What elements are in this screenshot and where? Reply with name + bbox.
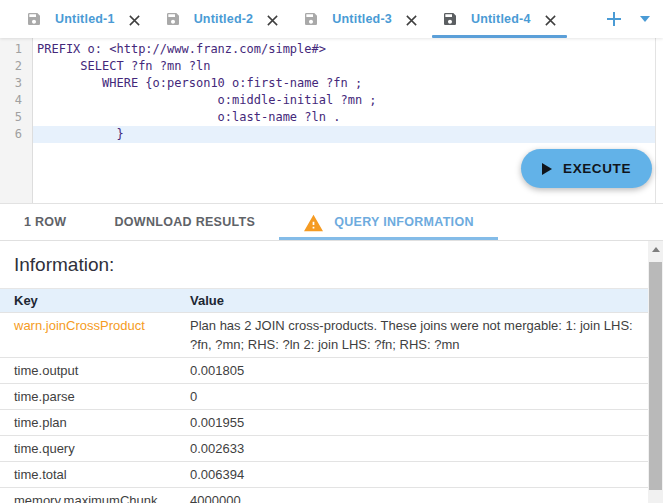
line-number: 2 xyxy=(0,58,22,75)
row-value: 0 xyxy=(176,384,648,410)
save-icon[interactable] xyxy=(26,11,42,27)
column-header-key: Key xyxy=(0,289,176,313)
code-line[interactable]: PREFIX o: <http://www.franz.com/simple#> xyxy=(33,41,655,58)
close-icon[interactable] xyxy=(405,13,418,26)
execute-button[interactable]: EXECUTE xyxy=(521,149,652,188)
row-key: warn.joinCrossProduct xyxy=(0,313,176,358)
row-key: time.plan xyxy=(0,410,176,436)
table-row: memory.maximumChunk 4000000 xyxy=(0,488,648,503)
tab-label: Untitled-4 xyxy=(471,12,531,26)
table-row: time.query 0.002633 xyxy=(0,436,648,462)
table-row: time.output 0.001805 xyxy=(0,358,648,384)
query-information-panel: Information: Key Value warn.joinCrossPro… xyxy=(0,241,663,503)
scroll-up-button[interactable] xyxy=(648,241,663,257)
editor-tab[interactable]: Untitled-2 xyxy=(153,0,292,38)
query-editor[interactable]: 1 2 3 4 5 6 PREFIX o: <http://www.franz.… xyxy=(0,38,663,203)
execute-label: EXECUTE xyxy=(563,161,631,176)
save-icon[interactable] xyxy=(442,11,458,27)
results-tab-bar: 1 ROW DOWNLOAD RESULTS QUERY INFORMATION xyxy=(0,203,663,241)
row-value: 0.001955 xyxy=(176,410,648,436)
warning-icon xyxy=(303,213,324,232)
close-icon[interactable] xyxy=(128,13,141,26)
line-number: 5 xyxy=(0,109,22,126)
results-tab-label: DOWNLOAD RESULTS xyxy=(114,215,255,229)
line-number: 1 xyxy=(0,41,22,58)
information-table: Key Value warn.joinCrossProduct Plan has… xyxy=(0,288,648,503)
line-number: 4 xyxy=(0,92,22,109)
plus-icon xyxy=(605,10,623,28)
row-key: time.output xyxy=(0,358,176,384)
row-key: memory.maximumChunk xyxy=(0,488,176,503)
column-header-value: Value xyxy=(176,289,648,313)
code-line[interactable]: WHERE {o:person10 o:first-name ?fn ; xyxy=(33,75,655,92)
table-row: warn.joinCrossProduct Plan has 2 JOIN cr… xyxy=(0,313,648,358)
line-number: 6 xyxy=(0,126,22,143)
save-icon[interactable] xyxy=(303,11,319,27)
tab-label: Untitled-2 xyxy=(194,12,254,26)
results-tab[interactable]: 1 ROW xyxy=(0,204,90,240)
tab-bar-actions xyxy=(605,0,663,38)
table-row: time.total 0.006394 xyxy=(0,462,648,488)
row-key: time.parse xyxy=(0,384,176,410)
editor-tab[interactable]: Untitled-4 xyxy=(430,0,569,38)
row-key: time.query xyxy=(0,436,176,462)
tab-label: Untitled-3 xyxy=(332,12,392,26)
results-tab-label: 1 ROW xyxy=(24,215,66,229)
code-line[interactable]: SELECT ?fn ?mn ?ln xyxy=(33,58,655,75)
scrollbar-thumb[interactable] xyxy=(649,262,662,490)
line-number-gutter: 1 2 3 4 5 6 xyxy=(0,38,33,203)
close-icon[interactable] xyxy=(544,13,557,26)
chevron-down-icon[interactable] xyxy=(640,16,650,22)
table-row: time.parse 0 xyxy=(0,384,648,410)
row-value: 0.002633 xyxy=(176,436,648,462)
save-icon[interactable] xyxy=(165,11,181,27)
tab-label: Untitled-1 xyxy=(55,12,115,26)
results-tab[interactable]: QUERY INFORMATION xyxy=(279,204,498,240)
table-row: time.plan 0.001955 xyxy=(0,410,648,436)
editor-scrollbar-track[interactable] xyxy=(655,38,663,203)
row-value: 0.001805 xyxy=(176,358,648,384)
scroll-up-arrow-icon xyxy=(652,247,660,252)
close-icon[interactable] xyxy=(266,13,279,26)
editor-tab[interactable]: Untitled-3 xyxy=(291,0,430,38)
results-tab[interactable]: DOWNLOAD RESULTS xyxy=(90,204,279,240)
row-value: 0.006394 xyxy=(176,462,648,488)
information-heading: Information: xyxy=(14,254,663,276)
play-icon xyxy=(542,163,552,175)
editor-tab-bar: Untitled-1 Untitled-2 Untitled xyxy=(0,0,663,38)
row-value: Plan has 2 JOIN cross-products. These jo… xyxy=(176,313,648,358)
code-line[interactable]: } xyxy=(33,126,655,143)
editor-tab[interactable]: Untitled-1 xyxy=(14,0,153,38)
results-tab-label: QUERY INFORMATION xyxy=(334,215,474,229)
row-value: 4000000 xyxy=(176,488,648,503)
sparql-query-workspace: Untitled-1 Untitled-2 Untitled xyxy=(0,0,663,503)
code-line[interactable]: o:middle-initial ?mn ; xyxy=(33,92,655,109)
code-line[interactable]: o:last-name ?ln . xyxy=(33,109,655,126)
row-key: time.total xyxy=(0,462,176,488)
scrollbar[interactable] xyxy=(648,241,663,503)
table-header-row: Key Value xyxy=(0,289,648,313)
add-tab-button[interactable] xyxy=(605,10,623,28)
line-number: 3 xyxy=(0,75,22,92)
